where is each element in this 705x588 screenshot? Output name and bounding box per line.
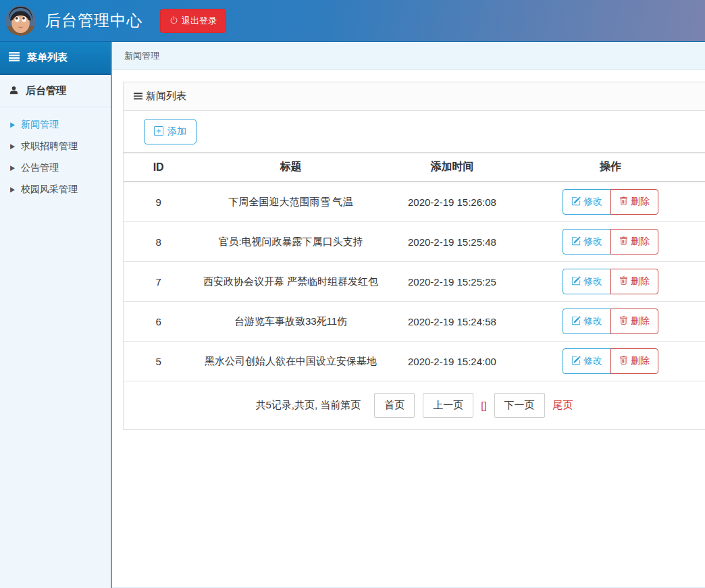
pencil-square-icon [571, 356, 581, 367]
table-row: 9 下周全国迎大范围雨雪 气温 2020-2-19 15:26:08 修改 [124, 182, 705, 222]
edit-button-label: 修改 [583, 355, 602, 367]
delete-button[interactable]: 删除 [610, 309, 658, 334]
row-action-group: 修改 删除 [563, 348, 658, 374]
top-header: 后台管理中心 退出登录 [0, 0, 705, 42]
row-actions-cell: 修改 删除 [516, 302, 705, 342]
edit-button-label: 修改 [583, 315, 602, 327]
sidebar-item-news[interactable]: ▶ 新闻管理 [0, 114, 111, 136]
row-title: 官员:电视问政暴露下属口头支持 [193, 222, 388, 262]
power-icon [169, 16, 178, 26]
column-header-actions: 操作 [516, 153, 705, 182]
delete-button-label: 删除 [631, 196, 650, 208]
sidebar-item-label: 求职招聘管理 [21, 140, 78, 153]
edit-button-label: 修改 [583, 275, 602, 288]
table-row: 5 黑水公司创始人欲在中国设立安保基地 2020-2-19 15:24:00 修… [124, 342, 705, 381]
sidebar-item-label: 公告管理 [21, 162, 59, 174]
sidebar-item-announcements[interactable]: ▶ 公告管理 [0, 157, 111, 179]
news-table-body: 9 下周全国迎大范围雨雪 气温 2020-2-19 15:26:08 修改 [124, 182, 705, 381]
row-id: 9 [124, 182, 193, 222]
trash-icon [619, 236, 628, 248]
column-header-title: 标题 [193, 153, 388, 182]
row-id: 6 [124, 302, 193, 342]
panel-title: 新闻列表 [146, 90, 186, 103]
list-lines-icon [134, 90, 142, 102]
trash-icon [619, 276, 628, 288]
edit-button[interactable]: 修改 [563, 348, 611, 374]
trash-icon [619, 196, 628, 208]
row-id: 8 [124, 222, 193, 262]
menu-list-icon [9, 52, 20, 63]
pencil-square-icon [571, 196, 581, 208]
main-area: 新闻管理 新闻列表 [112, 42, 705, 588]
row-id: 5 [124, 342, 193, 381]
add-button-label: 添加 [167, 126, 186, 138]
row-title: 台游览车事故致33死11伤 [193, 302, 388, 342]
table-row: 7 西安政协会议开幕 严禁临时组群发红包 2020-2-19 15:25:25 … [124, 262, 705, 302]
current-page-indicator[interactable]: [] [481, 400, 486, 411]
table-header-row: ID 标题 添加时间 操作 [124, 153, 705, 182]
edit-button[interactable]: 修改 [563, 189, 611, 215]
row-title: 黑水公司创始人欲在中国设立安保基地 [193, 342, 388, 381]
row-time: 2020-2-19 15:24:00 [388, 342, 516, 381]
sidebar-item-label: 新闻管理 [21, 119, 59, 131]
row-actions-cell: 修改 删除 [516, 222, 705, 262]
row-actions-cell: 修改 删除 [516, 342, 705, 381]
sidebar-item-label: 校园风采管理 [21, 184, 78, 196]
edit-button[interactable]: 修改 [563, 229, 611, 255]
pencil-square-icon [571, 316, 581, 327]
pencil-square-icon [571, 236, 581, 248]
caret-right-icon: ▶ [10, 164, 15, 172]
sidebar: 菜单列表 后台管理 ▶ 新闻管理 ▶ 求职招聘管理 ▶ 公告管理 [0, 42, 112, 588]
logout-button[interactable]: 退出登录 [160, 9, 226, 33]
caret-right-icon: ▶ [10, 142, 15, 151]
add-button[interactable]: 添加 [144, 119, 197, 144]
table-row: 8 官员:电视问政暴露下属口头支持 2020-2-19 15:25:48 修改 [124, 222, 705, 262]
row-time: 2020-2-19 15:26:08 [388, 182, 516, 222]
caret-right-icon: ▶ [10, 121, 15, 129]
edit-button-label: 修改 [583, 236, 602, 248]
edit-button-label: 修改 [583, 196, 602, 208]
edit-button[interactable]: 修改 [563, 309, 611, 334]
delete-button[interactable]: 删除 [610, 348, 658, 374]
row-action-group: 修改 删除 [563, 189, 658, 215]
delete-button-label: 删除 [631, 315, 650, 327]
news-table: ID 标题 添加时间 操作 9 下周全国迎大范围雨雪 气温 2020-2-19 … [124, 153, 705, 381]
sidebar-nav: ▶ 新闻管理 ▶ 求职招聘管理 ▶ 公告管理 ▶ 校园风采管理 [0, 107, 111, 201]
last-page-link[interactable]: 尾页 [553, 399, 573, 412]
sidebar-item-campus[interactable]: ▶ 校园风采管理 [0, 179, 111, 201]
delete-button[interactable]: 删除 [610, 269, 658, 294]
delete-button[interactable]: 删除 [610, 229, 658, 255]
pencil-square-icon [571, 276, 581, 288]
prev-page-button[interactable]: 上一页 [423, 393, 473, 418]
sidebar-menu-header-label: 菜单列表 [27, 51, 68, 64]
delete-button-label: 删除 [631, 355, 650, 367]
sidebar-item-jobs[interactable]: ▶ 求职招聘管理 [0, 136, 111, 157]
panel-header: 新闻列表 [124, 82, 705, 111]
row-title: 西安政协会议开幕 严禁临时组群发红包 [193, 262, 388, 302]
sidebar-section-label: 后台管理 [26, 84, 66, 97]
row-title: 下周全国迎大范围雨雪 气温 [193, 182, 388, 222]
sidebar-section-admin[interactable]: 后台管理 [0, 75, 111, 107]
next-page-button[interactable]: 下一页 [494, 393, 545, 418]
user-avatar [5, 5, 36, 36]
trash-icon [619, 356, 628, 367]
column-header-id: ID [124, 153, 193, 182]
column-header-time: 添加时间 [388, 153, 516, 182]
caret-right-icon: ▶ [10, 186, 15, 194]
app-title: 后台管理中心 [45, 10, 142, 31]
row-time: 2020-2-19 15:25:25 [388, 262, 516, 302]
table-row: 6 台游览车事故致33死11伤 2020-2-19 15:24:58 修改 [124, 302, 705, 342]
delete-button[interactable]: 删除 [610, 189, 658, 215]
news-panel: 新闻列表 添加 [123, 82, 705, 430]
edit-button[interactable]: 修改 [563, 269, 611, 294]
row-time: 2020-2-19 15:24:58 [388, 302, 516, 342]
row-actions-cell: 修改 删除 [516, 262, 705, 302]
delete-button-label: 删除 [631, 236, 650, 248]
row-actions-cell: 修改 删除 [516, 182, 705, 222]
pagination-summary: 共5记录,共页, 当前第页 [255, 399, 361, 412]
row-time: 2020-2-19 15:25:48 [388, 222, 516, 262]
first-page-button[interactable]: 首页 [374, 393, 415, 418]
row-action-group: 修改 删除 [563, 309, 658, 334]
row-action-group: 修改 删除 [563, 269, 658, 294]
sidebar-menu-header: 菜单列表 [0, 42, 111, 75]
